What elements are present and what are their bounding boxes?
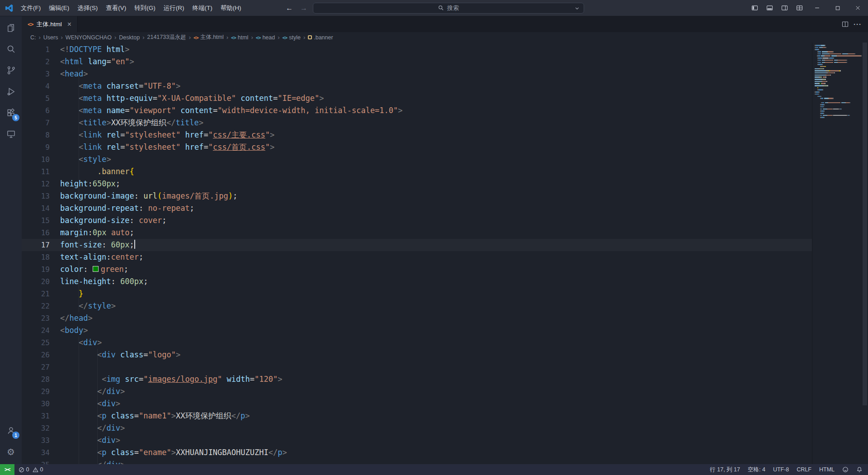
breadcrumb-label: Desktop (119, 34, 140, 41)
code-line-5[interactable]: 5 <meta http-equiv="X-UA-Compatible" con… (22, 92, 812, 104)
menu-item-3[interactable]: 查看(V) (102, 2, 130, 14)
sidebar-item-extensions[interactable]: 5 (0, 102, 22, 124)
code-line-27[interactable]: 27 (22, 361, 812, 373)
breadcrumb-item[interactable]: <>主体.html (193, 33, 224, 41)
code-line-35[interactable]: 35 </div> (22, 459, 812, 464)
sidebar-item-run-and-debug[interactable] (0, 81, 22, 102)
close-button[interactable] (848, 0, 868, 16)
editor-scrollbar[interactable] (862, 43, 868, 464)
color-swatch[interactable] (93, 266, 99, 272)
breadcrumb-item[interactable]: 2141733温永超 (146, 33, 186, 41)
menu-item-1[interactable]: 编辑(E) (45, 2, 73, 14)
maximize-button[interactable] (827, 0, 848, 16)
code-line-15[interactable]: 15background-size: cover; (22, 214, 812, 227)
breadcrumb-item[interactable]: <>head (255, 34, 275, 41)
customize-layout-icon[interactable] (792, 0, 807, 16)
code-line-16[interactable]: 16margin:0px auto; (22, 227, 812, 239)
code-line-4[interactable]: 4 <meta charset="UTF-8"> (22, 80, 812, 92)
breadcrumb-item[interactable]: WENYONGCHAO (65, 34, 112, 41)
back-button[interactable]: ← (284, 4, 295, 12)
code-line-19[interactable]: 19color: green; (22, 263, 812, 276)
notifications-bell-icon[interactable] (856, 466, 863, 473)
code-line-8[interactable]: 8 <link rel="stylesheet" href="css/主要.cs… (22, 129, 812, 141)
code-line-3[interactable]: 3<head> (22, 68, 812, 80)
code-line-20[interactable]: 20line-height: 600px; (22, 276, 812, 288)
tab-main-html[interactable]: <> 主体.html × (22, 16, 78, 32)
account-icon[interactable]: 1 (0, 420, 22, 441)
breadcrumb-item[interactable]: Desktop (118, 34, 140, 41)
code-line-18[interactable]: 18text-align:center; (22, 251, 812, 263)
code-line-25[interactable]: 25 <div> (22, 337, 812, 349)
menu-item-5[interactable]: 运行(R) (160, 2, 189, 14)
sidebar-item-remote-explorer[interactable] (0, 124, 22, 145)
split-editor-icon[interactable] (841, 20, 849, 28)
code-line-32[interactable]: 32 </div> (22, 422, 812, 434)
breadcrumb-item[interactable]: .banner (307, 34, 333, 41)
chevron-down-icon[interactable] (574, 5, 580, 13)
code-line-10[interactable]: 10 <style> (22, 153, 812, 166)
language-mode[interactable]: HTML (819, 466, 835, 473)
breadcrumb-item[interactable]: Users (43, 34, 59, 41)
toggle-panel-icon[interactable] (762, 0, 777, 16)
code-line-13[interactable]: 13background-image: url(images/首页.jpg); (22, 190, 812, 202)
tab-close-icon[interactable]: × (67, 20, 71, 28)
remote-indicator[interactable]: >< (0, 464, 14, 475)
sidebar-item-source-control[interactable] (0, 60, 22, 81)
breadcrumb-item[interactable]: <>style (282, 34, 301, 41)
sidebar-item-search[interactable] (0, 38, 22, 60)
line-number: 33 (22, 434, 60, 446)
menu-item-0[interactable]: 文件(F) (17, 2, 45, 14)
code-line-6[interactable]: 6 <meta name="viewport" content="width=d… (22, 104, 812, 117)
code-line-30[interactable]: 30 <div> (22, 398, 812, 410)
line-number: 26 (22, 349, 60, 361)
more-actions-icon[interactable]: ··· (854, 20, 862, 28)
code-line-28[interactable]: 28 <img src="images/logo.jpg" width="120… (22, 373, 812, 385)
code-line-29[interactable]: 29 </div> (22, 385, 812, 398)
menu-item-6[interactable]: 终端(T) (189, 2, 217, 14)
toggle-sidebar-icon[interactable] (747, 0, 762, 16)
code-line-31[interactable]: 31 <p class="name1">XX环境保护组织</p> (22, 410, 812, 422)
line-number: 29 (22, 385, 60, 398)
code-line-9[interactable]: 9 <link rel="stylesheet" href="css/首页.cs… (22, 141, 812, 153)
code-line-24[interactable]: 24<body> (22, 324, 812, 337)
code-line-23[interactable]: 23</head> (22, 312, 812, 324)
code-line-26[interactable]: 26 <div class="logo"> (22, 349, 812, 361)
feedback-icon[interactable] (842, 466, 849, 473)
code-line-33[interactable]: 33 <div> (22, 434, 812, 446)
code-lines: 1<!DOCTYPE html>2<html lang="en">3<head>… (22, 43, 812, 464)
minimap[interactable] (812, 43, 862, 464)
code-text: <title>XX环境保护组织</title> (60, 117, 203, 129)
code-line-11[interactable]: 11 .banner{ (22, 166, 812, 178)
code-line-2[interactable]: 2<html lang="en"> (22, 56, 812, 68)
titlebar-right (747, 0, 868, 16)
code-line-17[interactable]: 17font-size: 60px; (22, 239, 812, 251)
indentation-indicator[interactable]: 空格: 4 (748, 466, 765, 474)
settings-gear-icon[interactable]: ⚙ (0, 441, 22, 462)
toggle-secondary-sidebar-icon[interactable] (777, 0, 792, 16)
forward-button[interactable]: → (298, 4, 309, 12)
breadcrumb-item[interactable]: <>html (231, 34, 249, 41)
code-text: </head> (60, 312, 93, 324)
menu-item-2[interactable]: 选择(S) (73, 2, 102, 14)
code-editor[interactable]: 1<!DOCTYPE html>2<html lang="en">3<head>… (22, 43, 868, 464)
cursor-position[interactable]: 行 17, 列 17 (710, 466, 740, 474)
search-box[interactable]: 搜索 (313, 3, 584, 14)
menu-item-4[interactable]: 转到(G) (130, 2, 160, 14)
menu-item-7[interactable]: 帮助(H) (217, 2, 245, 14)
scrollbar-thumb[interactable] (863, 43, 867, 405)
code-line-34[interactable]: 34 <p class="ename">XXHUANJINGBAOHUZUZHI… (22, 446, 812, 459)
problems-indicator[interactable]: 0 0 (14, 466, 47, 473)
eol-indicator[interactable]: CRLF (797, 466, 811, 473)
encoding-indicator[interactable]: UTF-8 (773, 466, 789, 473)
code-line-7[interactable]: 7 <title>XX环境保护组织</title> (22, 117, 812, 129)
code-scroll-area[interactable]: 1<!DOCTYPE html>2<html lang="en">3<head>… (22, 43, 812, 464)
code-line-14[interactable]: 14background-repeat: no-repeat; (22, 202, 812, 214)
breadcrumb-item[interactable]: C: (30, 34, 37, 41)
code-line-12[interactable]: 12height:650px; (22, 178, 812, 190)
sidebar-item-explorer[interactable] (0, 17, 22, 38)
code-line-1[interactable]: 1<!DOCTYPE html> (22, 43, 812, 56)
minimize-button[interactable] (807, 0, 827, 16)
code-text: text-align:center; (60, 251, 143, 263)
code-line-21[interactable]: 21 } (22, 288, 812, 300)
code-line-22[interactable]: 22 </style> (22, 300, 812, 312)
